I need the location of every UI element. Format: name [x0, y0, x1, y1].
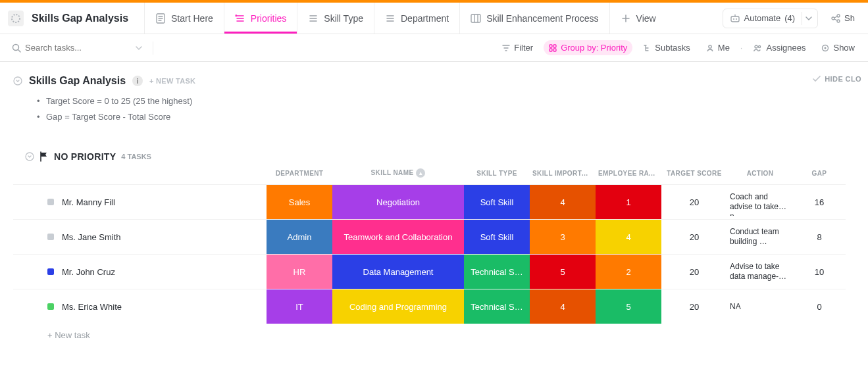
col-header-target-score[interactable]: TARGET SCORE	[661, 166, 727, 184]
tab-skill-enhancement[interactable]: Skill Enhancement Process	[459, 3, 609, 34]
workspace-logo[interactable]	[8, 11, 24, 26]
me-button[interactable]: Me	[701, 40, 735, 55]
cell-skill-type[interactable]: Technical S…	[464, 289, 530, 324]
svg-point-6	[832, 17, 834, 20]
list-title: Skills Gap Analysis	[29, 75, 126, 87]
col-header-department[interactable]: DEPARTMENT	[267, 166, 332, 184]
cell-target-score[interactable]: 20	[661, 289, 727, 324]
col-header-skill-importance[interactable]: SKILL IMPORTAN…	[530, 166, 596, 184]
col-header-skill-type[interactable]: SKILL TYPE	[464, 166, 530, 184]
note-line: Gap = Target Score - Total Score	[37, 109, 813, 125]
cell-skill-type[interactable]: Technical S…	[464, 254, 530, 289]
cell-employee-rating[interactable]: 1	[596, 184, 661, 219]
task-name-cell[interactable]: Ms. Erica White	[13, 289, 267, 324]
new-task-button[interactable]: + NEW TASK	[149, 77, 195, 85]
cell-department[interactable]: Admin	[267, 219, 332, 254]
cell-action[interactable]: NA	[727, 289, 793, 324]
col-header-skill-name[interactable]: SKILL NAME▲	[332, 166, 464, 184]
cell-target-score[interactable]: 20	[661, 184, 727, 219]
cell-gap[interactable]: 16	[793, 184, 846, 219]
cell-skill-importance[interactable]: 4	[530, 289, 596, 324]
col-header-name[interactable]	[13, 166, 267, 184]
search-box[interactable]	[8, 40, 146, 55]
table-row[interactable]: Mr. John Cruz HRData ManagementTechnical…	[13, 254, 846, 289]
svg-point-8	[837, 20, 840, 22]
cell-gap[interactable]: 8	[793, 219, 846, 254]
separator	[153, 41, 153, 55]
priority-square[interactable]	[47, 199, 54, 205]
cell-employee-rating[interactable]: 2	[596, 254, 661, 289]
share-button[interactable]: Sh	[826, 13, 860, 23]
col-header-gap[interactable]: GAP	[793, 166, 846, 184]
priority-square[interactable]	[47, 303, 54, 310]
svg-point-20	[26, 153, 34, 161]
task-name: Mr. Manny Fill	[62, 197, 115, 207]
group-icon	[549, 44, 557, 52]
add-view-button[interactable]: View	[609, 3, 667, 34]
tab-label: Department	[401, 13, 449, 24]
view-tabs: Start Here Priorities Skill Type Departm…	[144, 3, 667, 34]
col-header-employee-rating[interactable]: EMPLOYEE RATI…	[596, 166, 661, 184]
priority-square[interactable]	[47, 234, 54, 240]
table-row[interactable]: Mr. Manny Fill SalesNegotiationSoft Skil…	[13, 184, 846, 219]
me-label: Me	[718, 43, 730, 53]
cell-skill-type[interactable]: Soft Skill	[464, 219, 530, 254]
sort-asc-icon: ▲	[416, 168, 425, 178]
cell-department[interactable]: HR	[267, 254, 332, 289]
cell-department[interactable]: IT	[267, 289, 332, 324]
cell-target-score[interactable]: 20	[661, 254, 727, 289]
priorities-icon	[235, 13, 245, 24]
search-icon	[12, 43, 21, 53]
cell-gap[interactable]: 0	[793, 289, 846, 324]
cell-action[interactable]: Conduct team building …	[727, 219, 793, 254]
search-input[interactable]	[25, 43, 117, 53]
cell-employee-rating[interactable]: 5	[596, 289, 661, 324]
group-collapse-toggle[interactable]	[25, 152, 34, 161]
assignees-button[interactable]: Assignees	[748, 40, 811, 55]
cell-skill-type[interactable]: Soft Skill	[464, 184, 530, 219]
priority-square[interactable]	[47, 268, 54, 275]
cell-gap[interactable]: 10	[793, 254, 846, 289]
new-task-row[interactable]: + New task	[13, 324, 846, 347]
cell-skill-name[interactable]: Negotiation	[332, 184, 464, 219]
show-button[interactable]: Show	[816, 40, 860, 55]
tab-department[interactable]: Department	[374, 3, 459, 34]
cell-action[interactable]: Advise to take data manage-…	[727, 254, 793, 289]
tab-skill-type[interactable]: Skill Type	[297, 3, 374, 34]
cell-employee-rating[interactable]: 4	[596, 219, 661, 254]
collapse-toggle[interactable]	[13, 76, 22, 86]
robot-icon	[730, 14, 740, 23]
tab-label: Skill Enhancement Process	[486, 13, 598, 24]
info-icon[interactable]: i	[132, 76, 143, 86]
cell-department[interactable]: Sales	[267, 184, 332, 219]
cell-action[interactable]: Coach and advise to take n…	[727, 184, 793, 219]
task-name-cell[interactable]: Mr. Manny Fill	[13, 184, 267, 219]
filter-button[interactable]: Filter	[497, 40, 538, 55]
cell-skill-name[interactable]: Data Management	[332, 254, 464, 289]
cell-skill-name[interactable]: Teamwork and Collaboration	[332, 219, 464, 254]
share-icon	[831, 14, 840, 23]
subtasks-button[interactable]: Subtasks	[638, 40, 695, 55]
col-header-action[interactable]: ACTION	[727, 166, 793, 184]
cell-skill-importance[interactable]: 5	[530, 254, 596, 289]
hide-closed-toggle[interactable]: HIDE CLO	[813, 75, 861, 83]
cell-skill-name[interactable]: Coding and Programming	[332, 289, 464, 324]
table-row[interactable]: Ms. Jane Smith AdminTeamwork and Collabo…	[13, 219, 846, 254]
svg-point-5	[736, 18, 737, 20]
chevron-down-icon[interactable]	[802, 12, 815, 25]
tab-start-here[interactable]: Start Here	[144, 3, 224, 34]
board-icon	[471, 13, 481, 24]
task-name-cell[interactable]: Ms. Jane Smith	[13, 219, 267, 254]
group-by-button[interactable]: Group by: Priority	[544, 40, 632, 55]
svg-point-0	[12, 14, 20, 22]
automate-button[interactable]: Automate (4)	[723, 9, 819, 28]
new-task-label[interactable]: + New task	[13, 324, 846, 347]
cell-target-score[interactable]: 20	[661, 219, 727, 254]
tab-priorities[interactable]: Priorities	[224, 3, 297, 34]
cell-skill-importance[interactable]: 3	[530, 219, 596, 254]
tab-label: Start Here	[171, 13, 213, 24]
task-name-cell[interactable]: Mr. John Cruz	[13, 254, 267, 289]
cell-skill-importance[interactable]: 4	[530, 184, 596, 219]
chevron-down-icon[interactable]	[136, 46, 142, 50]
table-row[interactable]: Ms. Erica White ITCoding and Programming…	[13, 289, 846, 324]
